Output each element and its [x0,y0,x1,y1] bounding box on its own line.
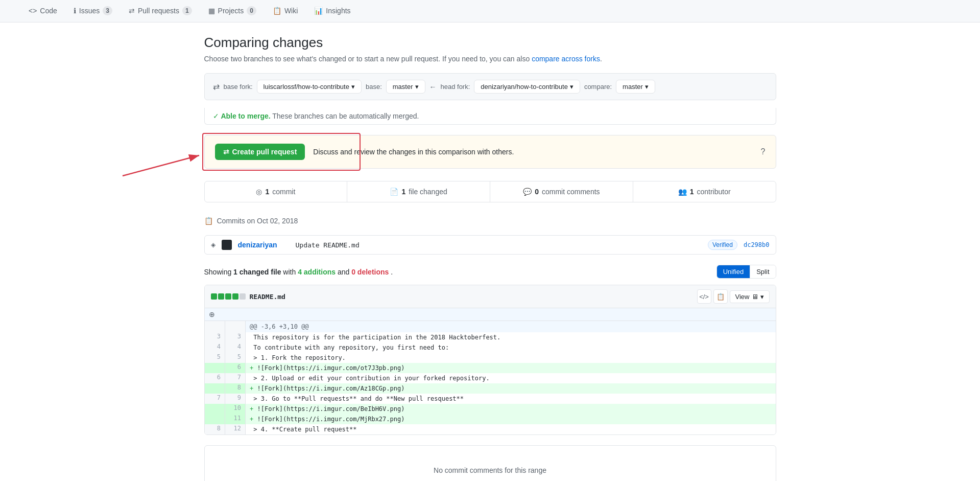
pr-description: Discuss and review the changes in this c… [313,148,514,156]
main-content: Comparing changes Choose two branches to… [184,22,797,481]
diff-file-box: README.md </> 📋 View 🖥 ▾ ⊕ @@ -3,6 +3,10… [204,285,776,435]
verified-badge: Verified [708,240,737,250]
tab-code-label: Code [40,7,57,15]
diff-normal-row: 4 4 To contribute with any repository, y… [205,342,776,353]
hunk-expand-row[interactable]: ⊕ [205,308,776,321]
issues-icon: ℹ [74,7,76,15]
compare-forks-link[interactable]: compare across forks [532,55,600,63]
normal-line-num-right: 4 [225,342,246,353]
base-branch-value: master [393,83,413,90]
unified-view-button[interactable]: Unified [717,265,750,278]
base-fork-label: base fork: [224,83,253,90]
diff-add-row: 10 + ![Fork](https://i.imgur.com/BeIbH6V… [205,404,776,414]
normal-line-content: > 4. **Create pull request** [246,424,776,434]
stat-files[interactable]: 📄 1 file changed [347,181,490,202]
merge-status-bar: ✓ Able to merge. These branches can be a… [204,108,776,125]
chevron-down-icon-3: ▾ [570,83,573,90]
commit-history-icon: 📋 [204,217,213,225]
commit-icon: ◈ [211,241,216,248]
add-line-num-right: 8 [225,383,246,394]
projects-icon: ▦ [208,7,215,15]
diff-block-5 [240,293,246,300]
add-line-content: + ![Fork](https://i.imgur.com/Az18CGp.pn… [246,383,776,394]
red-arrow-annotation [112,145,214,186]
comments-label: commit comments [542,188,600,196]
commits-date-header: 📋 Commits on Oct 02, 2018 [204,213,776,229]
comments-count: 0 [535,188,539,196]
contributors-icon: 👥 [678,188,687,196]
diff-clipboard-btn[interactable]: 📋 [713,289,728,304]
base-fork-selector[interactable]: luiscarlossf/how-to-contribute ▾ [257,80,362,94]
commit-avatar [222,240,232,250]
tab-projects-label: Projects [218,7,244,15]
commits-date-text: Commits on Oct 02, 2018 [217,217,298,225]
diff-code-btn[interactable]: </> [697,289,711,304]
hunk-expand-icon[interactable]: ⊕ [209,310,215,318]
normal-line-content: This repository is for the participation… [246,332,776,342]
compare-branch-selector[interactable]: master ▾ [616,80,655,94]
normal-line-num-left: 7 [205,394,225,404]
diff-hunk-row: @@ -3,6 +3,10 @@ [205,321,776,332]
files-count: 1 [401,188,405,196]
split-view-button[interactable]: Split [750,265,775,278]
merge-check-icon: ✓ [213,112,221,120]
issues-badge: 3 [103,6,112,15]
head-fork-selector[interactable]: denizariyan/how-to-contribute ▾ [474,80,580,94]
normal-line-num-left: 8 [205,424,225,434]
diff-changed-link[interactable]: 1 changed file [233,268,281,276]
create-pull-request-button[interactable]: ⇄ Create pull request [215,144,305,160]
chevron-down-icon-5: ▾ [760,293,764,301]
add-line-num-left [205,414,225,424]
commits-count: 1 [265,188,269,196]
base-fork-value: luiscarlossf/how-to-contribute [264,83,349,90]
diff-add-row: 11 + ![Fork](https://i.imgur.com/MjRbx27… [205,414,776,424]
comments-icon: 💬 [523,188,532,196]
diff-file-actions: </> 📋 View 🖥 ▾ [697,289,770,304]
help-icon[interactable]: ? [761,147,766,156]
code-icon: <> [29,7,37,15]
page-title: Comparing changes [204,35,776,51]
diff-add-row: 6 + ![Fork](https://i.imgur.com/ot7J3pb.… [205,363,776,373]
hunk-line-num-right [225,321,246,332]
diff-additions-text: 4 additions [298,268,336,276]
commit-hash[interactable]: dc298b0 [744,241,770,248]
diff-normal-row: 6 7 > 2. Upload or edit your contributio… [205,373,776,383]
hunk-content: @@ -3,6 +3,10 @@ [246,321,776,332]
add-line-num-left [205,404,225,414]
tab-issues[interactable]: ℹ Issues 3 [65,0,121,22]
tab-code[interactable]: <> Code [20,1,65,22]
diff-and-text: and [338,268,351,276]
diff-block-3 [225,293,231,300]
stat-comments[interactable]: 💬 0 commit comments [490,181,633,202]
commit-message: Update README.md [296,241,496,249]
base-label: base: [366,83,382,90]
chevron-down-icon: ▾ [351,83,355,90]
svg-line-1 [123,155,199,176]
pr-badge: 1 [182,6,192,15]
stat-commits[interactable]: ◎ 1 commit [205,181,348,202]
contributors-count: 1 [690,188,694,196]
tab-insights-label: Insights [326,7,350,15]
create-pr-wrapper: ⇄ Create pull request Discuss and review… [204,135,776,169]
tab-pull-requests[interactable]: ⇄ Pull requests 1 [121,0,200,22]
subtitle-text-after: . [600,55,602,63]
commit-author[interactable]: denizariyan [238,241,277,249]
tab-projects[interactable]: ▦ Projects 0 [200,0,265,22]
tab-wiki[interactable]: 📋 Wiki [265,1,306,22]
base-branch-selector[interactable]: master ▾ [386,80,425,94]
diff-block-2 [218,293,224,300]
normal-line-content: > 2. Upload or edit your contribution in… [246,373,776,383]
diff-additions-indicator [211,293,246,300]
files-icon: 📄 [390,188,398,196]
head-fork-value: denizariyan/how-to-contribute [481,83,568,90]
chevron-down-icon-4: ▾ [645,83,649,90]
normal-line-num-left: 4 [205,342,225,353]
normal-line-num-right: 7 [225,373,246,383]
create-pr-section: ⇄ Create pull request Discuss and review… [204,135,776,169]
stat-contributors[interactable]: 👥 1 contributor [633,181,776,202]
subtitle-text-before: Choose two branches to see what's change… [204,55,532,63]
tab-insights[interactable]: 📊 Insights [306,1,358,22]
add-line-num-right: 10 [225,404,246,414]
diff-view-select[interactable]: View 🖥 ▾ [730,290,770,303]
add-line-content: + ![Fork](https://i.imgur.com/ot7J3pb.pn… [246,363,776,373]
